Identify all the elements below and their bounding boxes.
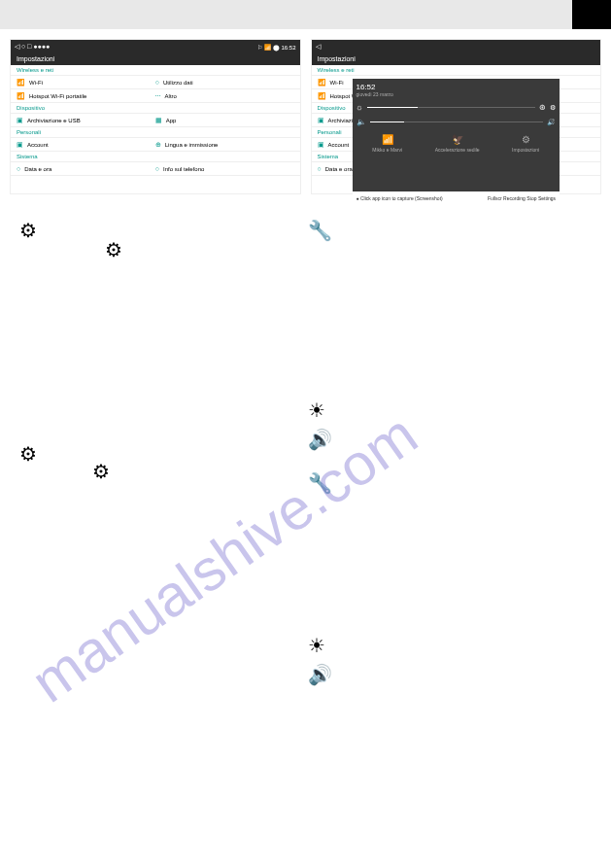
- volume-slider-row[interactable]: 🔈 🔊: [356, 118, 557, 126]
- app-label: App: [166, 118, 177, 123]
- storage-icon: ▣: [17, 117, 23, 124]
- wrench-icon-1: 🔧: [308, 219, 332, 242]
- more-label: Altro: [165, 93, 177, 99]
- wifi-toggle-icon: 📶: [372, 134, 402, 145]
- watermark-text: manualshive.com: [19, 400, 429, 715]
- brightness-icon-2: ☀: [308, 634, 325, 657]
- nav-icons: ◁ ○ □ ●●●●: [15, 43, 50, 51]
- quick-settings-panel: 16:52 giovedì 23 marzo ☼ ⊛ ⚙ 🔈 🔊 📶Mikko …: [353, 79, 560, 205]
- settings-toggle-icon: ⚙: [512, 134, 539, 145]
- status-bar-2: ◁: [312, 40, 601, 53]
- row-account[interactable]: ▣Account ⊕Lingua e immissione: [11, 138, 300, 152]
- sound-icon-2: 🔊: [308, 663, 332, 686]
- section-system: Sistema: [11, 152, 300, 162]
- nav-back-icon: ◁: [316, 43, 321, 51]
- row-storage[interactable]: ▣Archiviazione e USB ▦App: [11, 114, 300, 127]
- panel-footer: ● Click app icon to capture (Screenshot)…: [353, 191, 560, 205]
- settings-title: Impostazioni: [11, 53, 300, 65]
- volume-low-icon: 🔈: [356, 118, 366, 126]
- hotspot-label: Hotspot Wi-Fi portatile: [29, 93, 86, 99]
- gear-icon-1: ⚙: [19, 219, 37, 242]
- lang-icon: ⊕: [155, 141, 161, 149]
- account-label: Account: [27, 142, 49, 148]
- black-corner: [572, 0, 611, 29]
- storage-label: Archiviazione e USB: [27, 118, 81, 123]
- brightness-settings-icon[interactable]: ⚙: [550, 104, 556, 112]
- gear-icon-4: ⚙: [92, 460, 110, 483]
- section-wireless-2: Wireless e reti: [312, 65, 601, 76]
- data-icon: ○: [155, 79, 159, 86]
- panel-date: giovedì 23 marzo: [356, 91, 557, 97]
- more-icon: ···: [155, 92, 161, 99]
- footer-hint: ● Click app icon to capture (Screenshot): [356, 195, 443, 201]
- gear-icon-3: ⚙: [19, 442, 37, 466]
- info-icon: ○: [155, 165, 159, 172]
- brightness-icon-1: ☀: [308, 399, 325, 422]
- app-icon: ▦: [155, 117, 162, 124]
- row-hotspot[interactable]: 📶Hotspot Wi-Fi portatile ···Altro: [11, 89, 300, 103]
- section-personal: Personali: [11, 127, 300, 138]
- screenshots-row: ◁ ○ □ ●●●● ⚐ 📶 ⬤ 16:52 Impostazioni Wire…: [0, 39, 611, 194]
- row-wifi[interactable]: 📶Wi-Fi ○Utilizzo dati: [11, 76, 300, 89]
- panel-time: 16:52: [356, 83, 557, 91]
- row-date[interactable]: ○Data e ora ○Info sul telefono: [11, 162, 300, 176]
- quick-seat[interactable]: 🦅Accelerazione sedile: [435, 134, 480, 153]
- settings-title-2: Impostazioni: [312, 53, 601, 65]
- volume-slider[interactable]: [370, 122, 544, 122]
- seat-icon: 🦅: [435, 134, 480, 145]
- data-label: Utilizzo dati: [163, 80, 193, 86]
- top-bar: [0, 0, 611, 29]
- hotspot-icon: 📶: [17, 92, 25, 100]
- section-device: Dispositivo: [11, 103, 300, 114]
- quick-settings[interactable]: ⚙Impostazioni: [512, 134, 539, 153]
- date-label: Data e ora: [24, 166, 51, 172]
- account-icon: ▣: [17, 141, 23, 149]
- wifi-label: Wi-Fi: [29, 80, 43, 86]
- section-wireless: Wireless e reti: [11, 65, 300, 76]
- volume-icon: 🔊: [547, 119, 556, 126]
- quick-wifi[interactable]: 📶Mikko e Marvi: [372, 134, 402, 153]
- brightness-low-icon: ☼: [356, 103, 363, 112]
- wifi-icon: 📶: [17, 79, 25, 87]
- auto-brightness-icon[interactable]: ⊛: [539, 103, 546, 112]
- screenshot-settings: ◁ ○ □ ●●●● ⚐ 📶 ⬤ 16:52 Impostazioni Wire…: [10, 39, 301, 194]
- quick-toggles: 📶Mikko e Marvi 🦅Accelerazione sedile ⚙Im…: [356, 134, 557, 153]
- info-label: Info sul telefono: [163, 166, 204, 172]
- brightness-slider-row[interactable]: ☼ ⊛ ⚙: [356, 103, 557, 112]
- screenshot-quicksettings: ◁ Impostazioni Wireless e reti 📶Wi-Fi 📶H…: [311, 39, 602, 194]
- lang-label: Lingua e immissione: [165, 142, 219, 148]
- brightness-slider[interactable]: [367, 107, 535, 108]
- wrench-icon-2: 🔧: [308, 471, 332, 495]
- status-bar: ◁ ○ □ ●●●● ⚐ 📶 ⬤ 16:52: [11, 40, 300, 53]
- footer-controls[interactable]: Fullscr Recording Stop Settings: [488, 195, 556, 201]
- settings-body: Wireless e reti 📶Wi-Fi ○Utilizzo dati 📶H…: [11, 65, 300, 176]
- sound-icon-1: 🔊: [308, 428, 332, 451]
- gear-icon-2: ⚙: [105, 238, 122, 261]
- status-right: ⚐ 📶 ⬤ 16:52: [257, 44, 295, 51]
- date-icon: ○: [17, 165, 20, 172]
